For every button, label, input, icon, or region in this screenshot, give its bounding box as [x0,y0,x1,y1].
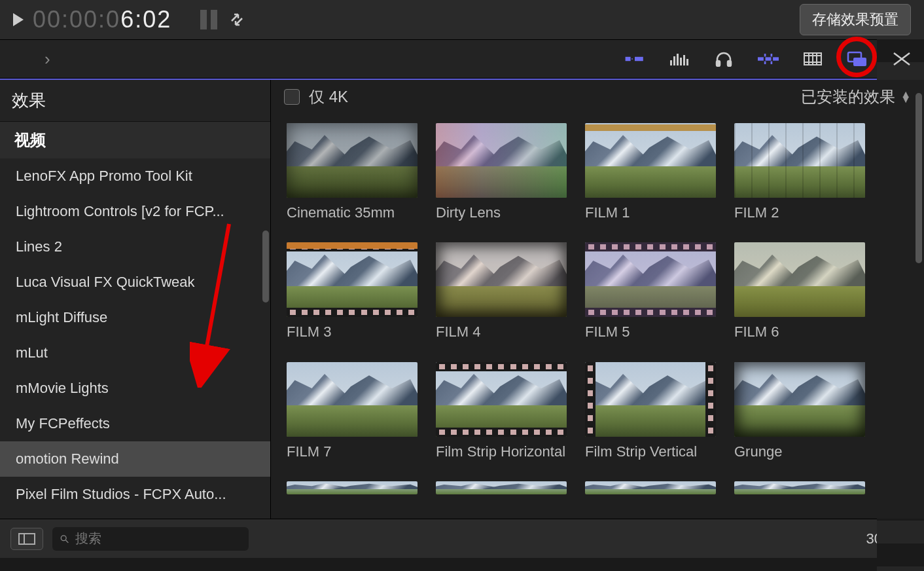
effect-item[interactable]: Dirty Lens [436,123,567,221]
svg-rect-9 [717,61,720,66]
effect-item[interactable]: Film Strip Vertical [585,362,716,460]
svg-rect-27 [19,534,35,544]
svg-rect-10 [728,61,731,66]
effect-item[interactable] [436,481,567,494]
layout-toggle-button[interactable] [10,528,43,550]
category-item[interactable]: Lightroom Controls [v2 for FCP... [0,194,270,229]
category-item[interactable]: mLut [0,335,270,371]
effects-browser-icon[interactable] [847,48,868,69]
effect-thumbnail [734,362,865,437]
category-list[interactable]: 视频 LenoFX App Promo Tool KitLightroom Co… [0,122,270,519]
effect-label: Cinematic 35mm [287,204,418,221]
updown-icon: ▲▼ [900,92,911,102]
effect-label: FILM 5 [585,323,716,341]
svg-rect-6 [680,58,682,65]
effect-label: FILM 6 [734,323,865,341]
category-item[interactable]: omotion Rewind [0,441,270,477]
effect-thumbnail [734,481,865,494]
effects-content: 仅 4K 已安装的效果 ▲▼ Cinematic 35mmDirty LensF… [271,80,924,519]
effect-label: FILM 3 [287,323,418,341]
svg-rect-1 [631,58,633,60]
fullscreen-icon[interactable] [226,9,247,30]
effect-thumbnail [585,123,716,198]
search-input[interactable] [75,531,241,546]
installed-effects-label: 已安装的效果 [801,86,895,107]
effect-thumbnail [734,242,865,317]
svg-line-30 [65,540,68,542]
svg-rect-4 [673,56,675,65]
svg-rect-13 [773,57,779,60]
effect-item[interactable]: FILM 5 [585,242,716,341]
effect-item[interactable] [585,481,716,494]
effect-thumbnail [436,123,567,198]
save-preset-button[interactable]: 存储效果预置 [800,4,911,35]
footer-bar: 30 项 [0,519,924,558]
top-bar: 00:00:06:02 存储效果预置 [0,0,924,39]
effect-item[interactable]: FILM 2 [734,123,865,221]
effect-item[interactable]: FILM 7 [287,362,418,460]
timecode-bright: 6:02 [120,6,171,33]
category-item[interactable]: Luca Visual FX QuickTweak [0,265,270,300]
filmstrip-icon[interactable] [802,48,823,69]
effect-item[interactable] [734,481,865,494]
svg-rect-14 [764,54,766,56]
toolbar-secondary: › [0,39,924,79]
category-item[interactable]: Quick Easy Ken 快速创建关键帧 [0,512,270,519]
svg-rect-15 [771,54,773,56]
effect-label: FILM 4 [436,323,567,341]
sidebar-scrollbar[interactable] [262,230,269,303]
svg-rect-3 [670,60,672,65]
effect-thumbnail [734,123,865,198]
effect-thumbnail [287,481,418,494]
headphones-icon[interactable] [713,48,734,69]
svg-rect-8 [686,59,688,65]
content-scrollbar[interactable] [915,93,922,263]
effects-grid: Cinematic 35mmDirty LensFILM 1FILM 2FILM… [271,114,924,519]
effect-label: FILM 1 [585,204,716,221]
svg-point-29 [61,535,66,540]
pause-icon[interactable] [200,10,217,29]
effect-label: Grunge [734,443,865,460]
svg-rect-12 [766,57,772,60]
search-icon [60,532,69,545]
audio-meters-icon[interactable] [669,48,690,69]
color-inspector-icon[interactable] [624,48,645,69]
category-item[interactable]: My FCPeffects [0,406,270,441]
svg-rect-16 [764,62,766,64]
transitions-browser-icon[interactable] [891,48,912,69]
sidebar-title: 效果 [0,80,270,122]
breadcrumb-chevron-icon[interactable]: › [44,49,50,69]
category-item[interactable]: mMovie Lights [0,371,270,406]
effect-thumbnail [436,362,567,437]
installed-effects-dropdown[interactable]: 已安装的效果 ▲▼ [801,86,911,107]
effect-item[interactable]: Film Strip Horizontal [436,362,567,460]
svg-rect-7 [683,55,685,65]
category-item[interactable]: Pixel Film Studios - FCPX Auto... [0,477,270,512]
effects-sidebar: 效果 视频 LenoFX App Promo Tool KitLightroom… [0,80,271,519]
effect-item[interactable]: Grunge [734,362,865,460]
only-4k-checkbox[interactable] [284,89,300,105]
effect-item[interactable]: FILM 6 [734,242,865,341]
effect-item[interactable]: Cinematic 35mm [287,123,418,221]
category-item[interactable]: mLight Diffuse [0,300,270,335]
effect-label: Dirty Lens [436,204,567,221]
effect-label: FILM 2 [734,204,865,221]
effect-thumbnail [287,242,418,317]
effect-item[interactable] [287,481,418,494]
effect-item[interactable]: FILM 3 [287,242,418,341]
effect-label: Film Strip Horizontal [436,443,567,460]
svg-rect-0 [626,57,631,61]
effect-label: Film Strip Vertical [585,443,716,460]
content-header: 仅 4K 已安装的效果 ▲▼ [271,80,924,114]
svg-rect-25 [853,58,866,66]
timeline-index-icon[interactable] [758,48,779,69]
effect-item[interactable]: FILM 1 [585,123,716,221]
category-item[interactable]: Lines 2 [0,229,270,265]
effect-thumbnail [585,242,716,317]
effect-item[interactable]: FILM 4 [436,242,567,341]
svg-rect-17 [771,62,773,64]
play-icon[interactable] [13,13,24,26]
only-4k-label: 仅 4K [309,86,348,107]
category-item[interactable]: LenoFX App Promo Tool Kit [0,158,270,194]
search-field[interactable] [52,527,249,551]
